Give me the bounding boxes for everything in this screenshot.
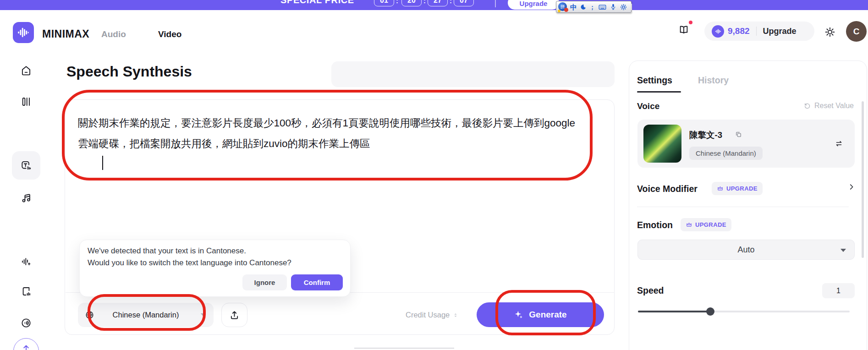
minimax-audio-app: SPECIAL PRICE 01 : 20 : 27 : 07 Upgrade … xyxy=(0,0,868,350)
upgrade-badge-label: UPGRADE xyxy=(695,221,726,228)
dialog-text-line2: Would you like to switch the text langua… xyxy=(88,258,291,268)
reset-value-label: Reset Value xyxy=(814,102,854,110)
upgrade-badge-label: UPGRADE xyxy=(726,185,758,192)
dialog-text-line1: We've detected that your text is in Cant… xyxy=(88,246,246,256)
credit-usage-label: Credit Usage xyxy=(406,311,450,319)
credit-usage-toggle[interactable]: Credit Usage xyxy=(406,303,459,327)
generate-label: Generate xyxy=(529,310,566,320)
credits-count: 9,882 xyxy=(728,26,750,36)
text-language-selector[interactable]: Chinese (Mandarin) xyxy=(78,303,214,327)
dubbing-icon xyxy=(20,96,32,108)
countdown-hours: 01 xyxy=(374,0,394,6)
confirm-button[interactable]: Confirm xyxy=(291,274,343,290)
book-icon xyxy=(678,24,690,36)
pill-divider xyxy=(756,27,757,36)
voice-modifier-label: Voice Modifier xyxy=(637,184,698,194)
voice-language-tag: Chinese (Mandarin) xyxy=(689,147,763,160)
countdown-seconds: 27 xyxy=(428,0,448,6)
half-moon-icon[interactable] xyxy=(580,4,587,11)
sun-icon xyxy=(824,26,836,38)
tab-history[interactable]: History xyxy=(698,75,729,86)
scroll-top-button[interactable] xyxy=(13,338,39,350)
emotion-select[interactable]: Auto xyxy=(637,240,855,260)
scroll-top-icon xyxy=(21,343,31,350)
broadcast-icon xyxy=(20,317,32,329)
promo-divider xyxy=(495,0,496,7)
minimax-logo[interactable] xyxy=(13,22,34,43)
countdown-colon: : xyxy=(396,0,398,5)
generate-button[interactable]: Generate xyxy=(477,302,604,327)
tab-settings[interactable]: Settings xyxy=(637,75,672,86)
text-to-speech-icon xyxy=(20,159,32,171)
countdown-colon: : xyxy=(423,0,426,5)
chevron-down-icon xyxy=(841,249,846,252)
music-icon xyxy=(20,192,32,204)
countdown-colon: : xyxy=(450,0,452,5)
sogou-logo-icon[interactable]: 拼 xyxy=(558,2,567,11)
speech-text-editor[interactable]: 關於期末作業的規定，要注意影片長度最少100秒，必須有1頁要說明使用哪些技術，最… xyxy=(65,99,615,335)
crown-icon xyxy=(717,185,724,192)
voice-modifier-upgrade-badge[interactable]: UPGRADE xyxy=(712,182,763,195)
upload-icon xyxy=(229,309,240,321)
language-value: Chinese (Mandarin) xyxy=(78,303,214,327)
nav-tab-audio[interactable]: Audio xyxy=(101,29,126,39)
ime-toolbar[interactable]: 拼 中 ； xyxy=(556,1,632,13)
nav-tab-video[interactable]: Video xyxy=(158,29,181,39)
reset-icon xyxy=(803,102,811,110)
special-price-label: SPECIAL PRICE xyxy=(280,0,354,5)
sidebar-item-music[interactable] xyxy=(20,192,32,204)
crown-icon xyxy=(686,221,692,228)
sort-arrows-icon xyxy=(452,312,459,319)
section-divider xyxy=(354,348,454,349)
countdown-ms: 07 xyxy=(454,0,474,6)
keyboard-icon[interactable] xyxy=(598,3,607,11)
swap-voice-icon[interactable] xyxy=(834,139,844,148)
sidebar-item-voice-effects[interactable] xyxy=(20,256,32,268)
sidebar-item-home[interactable] xyxy=(20,65,32,77)
upload-button[interactable] xyxy=(221,303,247,327)
voice-avatar-art xyxy=(643,125,681,163)
voice-name: 陳擎文-3 xyxy=(689,129,722,141)
emotion-value: Auto xyxy=(638,240,854,259)
speed-slider-thumb[interactable] xyxy=(706,307,714,316)
upgrade-link[interactable]: Upgrade xyxy=(763,27,797,36)
voice-card[interactable]: 陳擎文-3 Chinese (Mandarin) xyxy=(637,120,855,168)
brand-name: MINIMAX xyxy=(42,28,89,40)
credits-waveform-icon xyxy=(712,25,724,38)
sidebar-item-dubbing[interactable] xyxy=(20,96,32,108)
microphone-icon[interactable] xyxy=(610,3,617,11)
voice-section-label: Voice xyxy=(637,101,659,111)
ime-handle[interactable] xyxy=(631,4,632,10)
ime-punctuation-button[interactable]: ； xyxy=(589,4,595,10)
copy-icon[interactable] xyxy=(735,131,742,138)
text-cursor xyxy=(102,156,103,170)
editor-text-line: 雲端硬碟，把檔案開放共用後，網址貼到zuvio的期末作業上傳區 xyxy=(78,137,370,151)
panel-divider xyxy=(637,207,849,207)
sparkle-icon xyxy=(514,310,524,320)
home-icon xyxy=(20,65,32,77)
sidebar-item-audiobook[interactable] xyxy=(20,285,32,297)
model-selector[interactable]: Model speech-2.6-hd xyxy=(331,61,615,87)
ime-chinese-mode-button[interactable]: 中 xyxy=(570,4,577,11)
language-chevron-icon xyxy=(201,313,205,316)
promo-banner: SPECIAL PRICE 01 : 20 : 27 : 07 Upgrade xyxy=(0,0,868,10)
reset-value-button[interactable]: Reset Value xyxy=(803,102,854,110)
sidebar-item-broadcast[interactable] xyxy=(20,317,32,329)
panel-scrollbar[interactable] xyxy=(862,101,864,258)
language-detect-dialog: We've detected that your text is in Cant… xyxy=(79,240,351,297)
countdown-minutes: 20 xyxy=(401,0,422,6)
waveform-logo-icon xyxy=(16,26,30,39)
audiobook-icon xyxy=(20,285,32,297)
speed-value[interactable]: 1 xyxy=(822,283,855,298)
theme-toggle[interactable] xyxy=(824,26,836,38)
speed-slider-fill xyxy=(638,311,710,312)
promo-upgrade-button[interactable]: Upgrade xyxy=(508,0,559,10)
credits-pill[interactable]: 9,882 Upgrade xyxy=(704,22,814,41)
gear-icon[interactable] xyxy=(620,3,627,11)
sidebar-item-text-to-speech[interactable] xyxy=(20,159,32,171)
voice-modifier-chevron-icon[interactable] xyxy=(847,183,856,191)
voice-effects-icon xyxy=(20,256,32,268)
ignore-button[interactable]: Ignore xyxy=(242,274,287,290)
avatar[interactable]: C xyxy=(846,21,867,42)
emotion-upgrade-badge[interactable]: UPGRADE xyxy=(681,218,731,231)
